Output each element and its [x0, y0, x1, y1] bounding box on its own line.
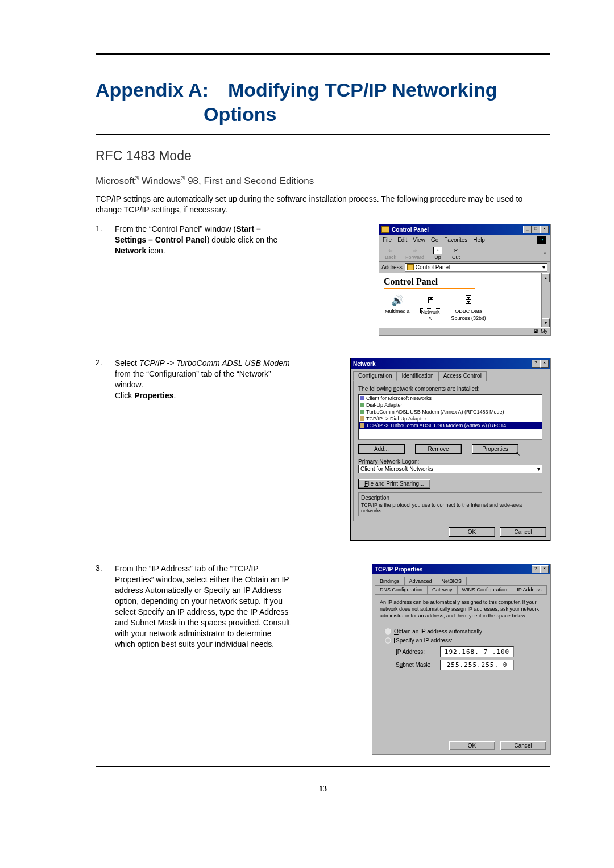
menu-edit[interactable]: Edit	[397, 237, 407, 243]
ip-address-label: IP Address:	[396, 649, 435, 655]
cancel-button[interactable]: Cancel	[500, 741, 546, 750]
up-button[interactable]: ↑Up	[433, 247, 442, 260]
add-button[interactable]: Add...	[358, 444, 405, 454]
cursor-icon: ↖	[428, 315, 433, 322]
maximize-button[interactable]: □	[532, 226, 540, 233]
tab-gateway[interactable]: Gateway	[427, 585, 458, 594]
properties-button[interactable]: Properties↖	[472, 444, 518, 454]
window-title: Control Panel	[392, 227, 429, 233]
step-number: 2.	[96, 358, 115, 367]
tab-dns[interactable]: DNS Configuration	[375, 585, 428, 594]
status-bar: 🖳My	[379, 327, 550, 335]
tab-advanced[interactable]: Advanced	[404, 577, 437, 585]
protocol-icon	[360, 423, 364, 428]
adapter-icon	[360, 410, 364, 414]
control-panel-heading: Control Panel	[384, 277, 537, 287]
menu-help[interactable]: Help	[473, 237, 485, 243]
help-button[interactable]: ?	[532, 360, 540, 368]
folder-icon	[407, 264, 414, 270]
protocol-icon	[360, 416, 364, 421]
menubar: File Edit View Go Favorites Help e	[379, 235, 550, 245]
logon-label: Primary Network Logon:	[358, 458, 542, 465]
tab-wins[interactable]: WINS Configuration	[457, 585, 513, 594]
subsection-heading: Microsoft® Windows® 98, First and Second…	[96, 175, 550, 187]
tcpip-properties-dialog: TCP/IP Properties ? × Bindings Advanced …	[372, 564, 550, 754]
minimize-button[interactable]: _	[523, 226, 532, 233]
control-panel-window: Control Panel _ □ × File Edit View Go Fa…	[379, 224, 550, 335]
installed-label: The following network components are ins…	[358, 386, 542, 392]
close-button[interactable]: ×	[540, 360, 549, 368]
menu-go[interactable]: Go	[431, 237, 438, 243]
menu-favorites[interactable]: Favorites	[444, 237, 467, 243]
scrollbar[interactable]: ▴ ▾	[541, 273, 550, 327]
radio-obtain-auto[interactable]: Obtain an IP address automatically	[384, 628, 542, 635]
tab-netbios[interactable]: NetBIOS	[437, 577, 467, 585]
throbber-icon: e	[537, 236, 546, 244]
radio-specify[interactable]: Specify an IP address:	[384, 637, 542, 644]
network-dialog: Network ? × Configuration Identification…	[350, 358, 550, 541]
bottom-rule	[96, 766, 550, 767]
address-field[interactable]: Control Panel ▾	[405, 263, 547, 272]
step-text: From the “IP Address” tab of the “TCP/IP…	[115, 564, 300, 649]
menu-view[interactable]: View	[413, 237, 425, 243]
multimedia-icon[interactable]: 🔊 Multimedia	[385, 294, 410, 322]
tab-ip-address[interactable]: IP Address	[512, 585, 546, 594]
help-button[interactable]: ?	[532, 565, 540, 573]
close-button[interactable]: ×	[540, 226, 549, 233]
tab-identification[interactable]: Identification	[396, 371, 438, 381]
tab-access-control[interactable]: Access Control	[438, 371, 487, 381]
close-button[interactable]: ×	[540, 565, 549, 573]
subnet-mask-field[interactable]: 255.255.255. 0	[440, 660, 514, 670]
appendix-title: Appendix A: Modifying TCP/IP Networking …	[96, 78, 550, 126]
step-text: From the “Control Panel” window (Start –…	[115, 224, 300, 256]
adapter-icon	[360, 403, 364, 407]
components-list[interactable]: Client for Microsoft Networks Dial-Up Ad…	[358, 394, 542, 440]
address-label: Address	[381, 264, 403, 270]
cancel-button[interactable]: Cancel	[500, 527, 546, 537]
remove-button[interactable]: Remove	[415, 444, 462, 454]
file-print-sharing-button[interactable]: File and Print Sharing...	[358, 479, 430, 489]
ip-blurb: An IP address can be automatically assig…	[380, 599, 542, 619]
intro-paragraph: TCP/IP settings are automatically set up…	[96, 194, 550, 215]
computer-icon: 🖳	[534, 328, 539, 334]
client-icon	[360, 396, 364, 400]
section-heading: RFC 1483 Mode	[96, 148, 550, 164]
top-rule	[96, 53, 550, 55]
logon-combo[interactable]: Client for Microsoft Networks▾	[358, 465, 542, 473]
tab-bindings[interactable]: Bindings	[375, 577, 405, 585]
title-underline	[96, 134, 550, 135]
description-text: TCP/IP is the protocol you use to connec…	[361, 502, 540, 514]
window-title: Network	[353, 361, 375, 367]
description-label: Description	[361, 495, 540, 501]
menu-file[interactable]: File	[383, 237, 392, 243]
cursor-icon: ↖	[516, 450, 520, 457]
window-title: TCP/IP Properties	[375, 566, 422, 573]
subnet-mask-label: Subnet Mask:	[396, 662, 435, 668]
ok-button[interactable]: OK	[449, 527, 495, 537]
step-number: 1.	[96, 224, 115, 233]
ip-address-field[interactable]: 192.168. 7 .100	[440, 646, 514, 657]
page-number: 13	[96, 784, 550, 794]
cut-button[interactable]: ✂Cut	[451, 247, 460, 260]
folder-icon	[381, 226, 389, 233]
ok-button[interactable]: OK	[449, 741, 495, 750]
step-number: 3.	[96, 564, 115, 573]
network-icon[interactable]: 🖥 Network ↖	[420, 294, 441, 322]
step-text: Select TCP/IP -> TurboComm ADSL USB Mode…	[115, 358, 300, 401]
tab-configuration[interactable]: Configuration	[353, 371, 397, 381]
forward-button[interactable]: ⇨Forward	[405, 247, 424, 260]
odbc-icon[interactable]: 🗄 ODBC Data Sources (32bit)	[451, 294, 486, 322]
back-button[interactable]: ⇦Back	[385, 247, 396, 260]
